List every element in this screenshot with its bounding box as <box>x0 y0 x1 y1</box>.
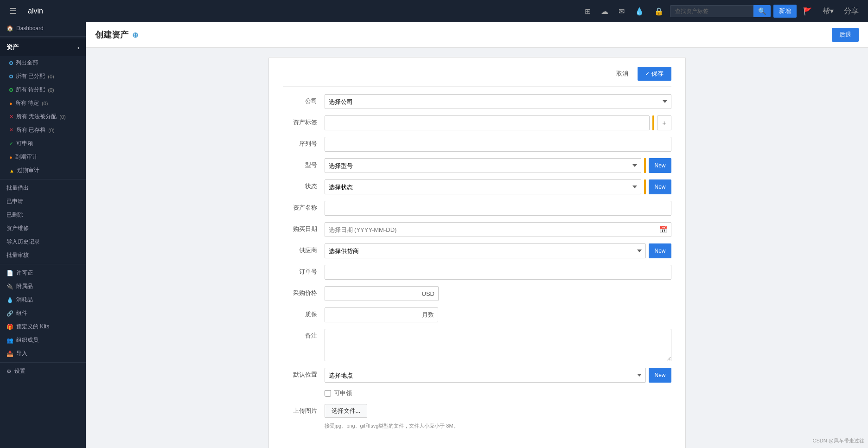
share-icon[interactable]: 分享 <box>840 5 862 18</box>
sidebar-item-label: 所有 无法被分配 <box>16 113 57 121</box>
default-location-select[interactable]: 选择地点 <box>325 368 646 383</box>
purchase-date-row: 购买日期 📅 <box>283 222 671 237</box>
sidebar-item-deleted[interactable]: 已删除 <box>0 208 86 222</box>
sidebar-divider-1 <box>0 36 86 37</box>
import-icon: 📥 <box>6 351 13 357</box>
hamburger-icon[interactable]: ☰ <box>6 4 20 18</box>
sidebar-item-label: 过期审计 <box>17 166 39 174</box>
upload-button[interactable]: 选择文件... <box>325 404 368 418</box>
status-select[interactable]: 选择状态 <box>325 179 642 194</box>
purchase-price-field: USD <box>325 286 671 301</box>
sidebar-item-label: 已申请 <box>6 198 23 205</box>
sidebar-item-assigned[interactable]: 所有 已分配 (0) <box>0 70 86 83</box>
asset-name-input[interactable] <box>325 201 671 216</box>
grid-icon[interactable]: ⊞ <box>581 5 594 18</box>
status-row: 状态 选择状态 New <box>283 179 671 194</box>
serial-input[interactable] <box>325 137 671 152</box>
sidebar-item-label: 导入历史记录 <box>6 238 40 246</box>
sidebar-item-audit-due[interactable]: ● 到期审计 <box>0 150 86 164</box>
sidebar-item-label: 导入 <box>16 350 27 358</box>
collapse-icon[interactable]: ‹ <box>77 44 79 51</box>
drop-icon[interactable]: 💧 <box>631 5 648 18</box>
dot-icon: ✕ <box>9 114 13 120</box>
help-circle-icon[interactable]: ⊕ <box>132 31 138 39</box>
calendar-icon[interactable]: 📅 <box>656 226 671 233</box>
assets-section-header: 资产 ‹ <box>0 38 86 56</box>
warranty-unit: 月数 <box>418 308 438 322</box>
search-button[interactable]: 🔍 <box>753 5 771 17</box>
sidebar-item-dashboard[interactable]: 🏠 Dashboard <box>0 22 86 34</box>
sidebar-item-import[interactable]: 📥 导入 <box>0 347 86 360</box>
requestable-checkbox[interactable] <box>325 390 331 397</box>
sidebar-item-accessories[interactable]: 🔌 附属品 <box>0 280 86 293</box>
sidebar-item-settings[interactable]: ⚙ 设置 <box>0 365 86 378</box>
sidebar-item-list-all[interactable]: 列出全部 <box>0 56 86 70</box>
sidebar-item-bulk-checkout[interactable]: 批量借出 <box>0 181 86 195</box>
supplier-select[interactable]: 选择供货商 <box>325 243 646 258</box>
sidebar-item-bulk-audit[interactable]: 批量审核 <box>0 249 86 262</box>
warranty-input[interactable] <box>325 308 418 322</box>
sidebar-item-consumables[interactable]: 💧 消耗品 <box>0 293 86 307</box>
org-icon: 👥 <box>6 337 13 344</box>
order-number-input[interactable] <box>325 265 671 280</box>
field-separator-model <box>644 158 646 173</box>
search-input[interactable] <box>670 5 753 17</box>
company-select[interactable]: 选择公司 <box>325 94 671 109</box>
model-new-button[interactable]: New <box>649 158 671 173</box>
badge: (0) <box>48 87 54 93</box>
sidebar-item-audit-expired[interactable]: ▲ 过期审计 <box>0 164 86 177</box>
sidebar: 🏠 Dashboard 资产 ‹ 列出全部 所有 已分配 (0) 所有 待分配 … <box>0 22 86 448</box>
sidebar-item-applied[interactable]: 已申请 <box>0 195 86 208</box>
sidebar-item-kits[interactable]: 🎁 预定义的 Kits <box>0 320 86 333</box>
purchase-price-input[interactable] <box>325 287 418 301</box>
sidebar-item-label: 组件 <box>16 309 27 317</box>
lock-icon[interactable]: 🔒 <box>651 5 667 18</box>
sidebar-item-components[interactable]: 🔗 组件 <box>0 307 86 320</box>
sidebar-item-maintenance[interactable]: 资产维修 <box>0 222 86 235</box>
sidebar-item-cannot-assign[interactable]: ✕ 所有 无法被分配 (0) <box>0 110 86 123</box>
sidebar-item-label: 列出全部 <box>16 59 38 67</box>
dashboard-icon: 🏠 <box>6 25 13 32</box>
navbar-search: 🔍 <box>670 5 771 17</box>
requestable-checkbox-label[interactable]: 可申领 <box>325 389 352 397</box>
dot-icon <box>9 88 13 92</box>
sidebar-item-label: 所有 已分配 <box>16 72 45 80</box>
asset-tag-row: 资产标签 + <box>283 115 671 130</box>
sidebar-item-label: 所有 待分配 <box>16 86 45 94</box>
notes-field <box>325 329 671 361</box>
sidebar-item-license[interactable]: 📄 许可证 <box>0 266 86 280</box>
asset-tag-input[interactable] <box>325 115 650 130</box>
sidebar-item-pending[interactable]: ● 所有 待定 (0) <box>0 96 86 110</box>
add-button[interactable]: 新增 <box>773 5 797 18</box>
supplier-row: 供应商 选择供货商 New <box>283 243 671 258</box>
navbar: ☰ alvin ⊞ ☁ ✉ 💧 🔒 🔍 新增 🚩 帮▾ 分享 <box>0 0 868 22</box>
status-label: 状态 <box>283 179 325 191</box>
back-button[interactable]: 后退 <box>832 28 859 42</box>
assets-label: 资产 <box>6 43 19 51</box>
sidebar-item-org-members[interactable]: 👥 组织成员 <box>0 333 86 347</box>
badge: (0) <box>42 101 48 106</box>
sidebar-item-archived[interactable]: ✕ 所有 已存档 (0) <box>0 123 86 137</box>
components-icon: 🔗 <box>6 310 13 317</box>
serial-label: 序列号 <box>283 137 325 148</box>
plus-button[interactable]: + <box>657 115 671 130</box>
notes-textarea[interactable] <box>325 329 671 361</box>
sidebar-item-loanable[interactable]: ✓ 可申领 <box>0 137 86 150</box>
sidebar-item-pending-assign[interactable]: 所有 待分配 (0) <box>0 83 86 96</box>
field-separator <box>652 115 654 130</box>
help-icon[interactable]: 帮▾ <box>819 5 837 18</box>
mail-icon[interactable]: ✉ <box>615 5 628 18</box>
upload-image-label: 上传图片 <box>283 404 325 415</box>
save-button[interactable]: ✓ 保存 <box>638 67 671 81</box>
form-card: 取消 ✓ 保存 公司 选择公司 资产标签 <box>268 57 686 448</box>
purchase-date-label: 购买日期 <box>283 222 325 233</box>
supplier-new-button[interactable]: New <box>649 243 671 258</box>
status-new-button[interactable]: New <box>649 179 671 194</box>
cloud-icon[interactable]: ☁ <box>597 5 612 18</box>
purchase-date-input[interactable] <box>325 223 656 237</box>
sidebar-item-import-history[interactable]: 导入历史记录 <box>0 235 86 249</box>
location-new-button[interactable]: New <box>649 368 671 383</box>
flag-icon[interactable]: 🚩 <box>799 5 816 18</box>
model-select[interactable]: 选择型号 <box>325 158 642 173</box>
cancel-button[interactable]: 取消 <box>611 67 634 81</box>
